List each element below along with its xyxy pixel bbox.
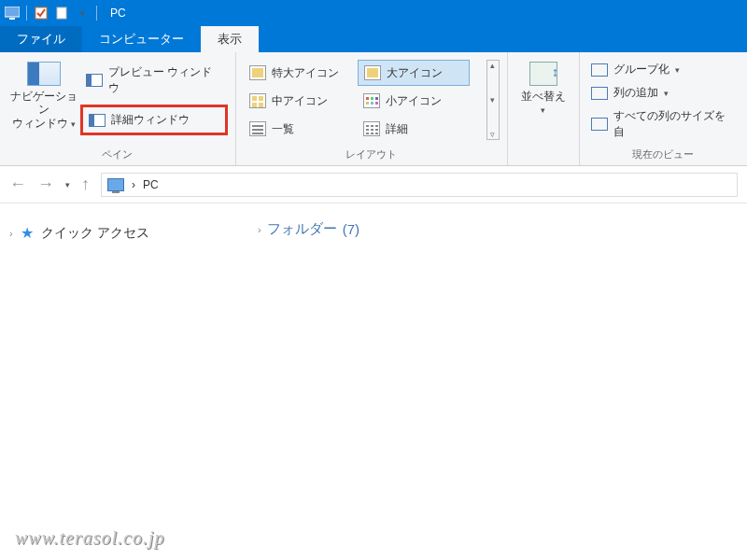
small-icon (363, 93, 380, 108)
qat-divider-2 (96, 6, 97, 21)
list-icon (249, 121, 266, 136)
qat-divider (26, 6, 27, 21)
details-pane-icon (89, 114, 106, 127)
navigation-pane-button[interactable]: ナビゲーション ウィンドウ ▾ (7, 56, 80, 130)
tab-file[interactable]: ファイル (0, 26, 82, 52)
add-columns-icon (591, 87, 608, 100)
layout-medium-icons[interactable]: 中アイコン (244, 88, 356, 114)
layout-details[interactable]: 詳細 (358, 116, 470, 142)
layout-scroll[interactable]: ▴▾▿ (486, 60, 500, 140)
pc-icon (107, 178, 124, 191)
ribbon-group-sort: 並べ替え▾ (508, 52, 580, 165)
nav-up-button[interactable]: ↑ (81, 175, 90, 194)
folders-count: (7) (343, 221, 359, 237)
size-columns-icon (591, 118, 608, 131)
nav-forward-button[interactable]: → (37, 175, 54, 194)
details-pane-button[interactable]: 詳細ウィンドウ (80, 105, 228, 135)
scroll-expand-icon[interactable]: ▿ (487, 130, 499, 139)
tab-view[interactable]: 表示 (201, 26, 259, 52)
address-sep: › (132, 178, 135, 191)
preview-pane-label: プレビュー ウィンドウ (108, 64, 222, 96)
sidebar-item-quick-access[interactable]: › ★ クイック アクセス (9, 224, 235, 242)
details-icon (363, 121, 380, 136)
medium-icon (249, 93, 266, 108)
nav-history-button[interactable]: ▾ (65, 180, 70, 189)
panes-group-label: ペイン (7, 145, 228, 165)
size-all-columns-button[interactable]: すべての列のサイズを自 (587, 106, 740, 142)
sort-group-label (515, 147, 571, 165)
sort-button[interactable]: 並べ替え▾ (515, 56, 571, 117)
layout-large-icons[interactable]: 大アイコン (358, 60, 470, 86)
main-pane: › フォルダー (7) (245, 203, 747, 560)
ribbon-group-current-view: グループ化 ▾ 列の追加 ▾ すべての列のサイズを自 現在のビュー (580, 52, 747, 165)
add-columns-button[interactable]: 列の追加 ▾ (587, 83, 740, 103)
details-pane-label: 詳細ウィンドウ (111, 112, 190, 128)
qat-new-icon[interactable] (53, 5, 70, 21)
window-title: PC (110, 7, 126, 20)
navigation-pane-icon (27, 62, 61, 86)
ribbon-group-panes: ナビゲーション ウィンドウ ▾ プレビュー ウィンドウ 詳細ウィンドウ ペイン (0, 52, 236, 165)
address-bar: ← → ▾ ↑ › PC (0, 166, 747, 203)
navigation-sidebar: › ★ クイック アクセス (0, 203, 245, 560)
qat-properties-icon[interactable] (33, 5, 49, 21)
address-location: PC (143, 178, 159, 191)
navigation-pane-label: ナビゲーション ウィンドウ ▾ (7, 90, 80, 130)
ribbon-group-layout: 特大アイコン 大アイコン 中アイコン 小アイコン 一覧 詳細 ▴▾▿ レイアウト (236, 52, 508, 165)
sort-icon (529, 62, 557, 86)
content-area: › ★ クイック アクセス › フォルダー (7) (0, 203, 747, 560)
large-icon (364, 65, 381, 80)
folders-label: フォルダー (267, 220, 337, 238)
tab-computer[interactable]: コンピューター (82, 26, 201, 52)
sort-label: 並べ替え▾ (521, 90, 566, 117)
layout-list[interactable]: 一覧 (244, 116, 356, 142)
chevron-right-icon[interactable]: › (258, 224, 261, 235)
ribbon-tabs: ファイル コンピューター 表示 (0, 26, 747, 52)
svg-rect-1 (9, 18, 15, 20)
svg-rect-3 (57, 7, 66, 19)
title-bar: ▾ PC (0, 0, 747, 26)
quick-access-label: クイック アクセス (41, 225, 149, 242)
layout-small-icons[interactable]: 小アイコン (358, 88, 470, 114)
preview-pane-button[interactable]: プレビュー ウィンドウ (80, 62, 228, 99)
group-by-button[interactable]: グループ化 ▾ (587, 60, 740, 79)
extra-large-icon (249, 65, 266, 80)
watermark: www.terasol.co.jp (15, 527, 165, 549)
ribbon: ナビゲーション ウィンドウ ▾ プレビュー ウィンドウ 詳細ウィンドウ ペイン … (0, 52, 747, 166)
star-icon: ★ (21, 224, 34, 242)
qat-dropdown-icon[interactable]: ▾ (74, 5, 91, 21)
address-field[interactable]: › PC (101, 173, 738, 197)
svg-rect-0 (5, 7, 20, 17)
scroll-down-icon[interactable]: ▾ (487, 95, 499, 105)
nav-back-button[interactable]: ← (9, 175, 26, 194)
layout-extra-large-icons[interactable]: 特大アイコン (244, 60, 356, 86)
current-view-group-label: 現在のビュー (587, 145, 740, 165)
folders-group-header[interactable]: › フォルダー (7) (258, 220, 734, 238)
group-by-icon (591, 63, 608, 77)
layout-group-label: レイアウト (244, 145, 500, 165)
preview-pane-icon (86, 74, 103, 87)
chevron-right-icon[interactable]: › (9, 228, 13, 239)
app-icon (4, 5, 21, 21)
scroll-up-icon[interactable]: ▴ (487, 61, 499, 70)
